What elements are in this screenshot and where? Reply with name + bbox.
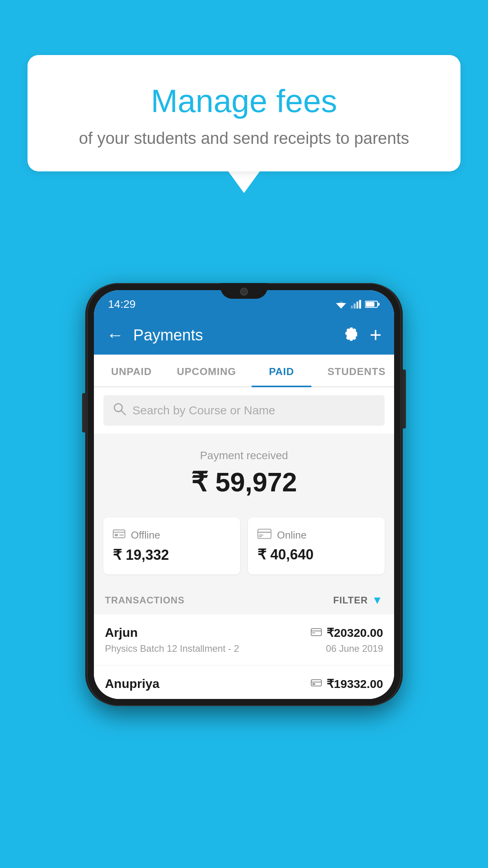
transaction-date: 06 June 2019 [326, 643, 383, 654]
online-icon [257, 528, 272, 542]
speech-bubble: Manage fees of your students and send re… [28, 55, 460, 171]
payment-received-label: Payment received [103, 449, 385, 462]
transaction-amount-container: ₹19332.00 [311, 677, 383, 691]
app-bar: ← Payments + [94, 315, 394, 355]
offline-header: Offline [113, 528, 231, 542]
filter-button[interactable]: FILTER ▼ [333, 594, 383, 607]
search-icon [113, 402, 126, 419]
svg-rect-8 [113, 530, 125, 538]
transaction-name: Arjun [105, 625, 138, 640]
online-label: Online [277, 529, 306, 541]
transaction-online-icon [311, 627, 322, 639]
phone-outer: 14:29 [87, 283, 401, 706]
app-bar-actions: + [342, 323, 382, 347]
svg-rect-21 [312, 683, 315, 685]
transaction-row1-partial: Anupriya ₹19332. [105, 677, 383, 691]
transaction-amount: ₹20320.00 [327, 626, 383, 640]
svg-rect-19 [311, 680, 321, 686]
transaction-amount: ₹19332.00 [327, 677, 383, 691]
transactions-header: TRANSACTIONS FILTER ▼ [94, 586, 394, 614]
transaction-item[interactable]: Anupriya ₹19332. [94, 666, 394, 699]
wifi-icon [335, 300, 347, 309]
phone-screen: 14:29 [94, 290, 394, 699]
speech-bubble-container: Manage fees of your students and send re… [28, 55, 460, 193]
battery-icon [365, 300, 380, 308]
search-bar[interactable]: Search by Course or Name [103, 395, 385, 426]
offline-icon [113, 528, 125, 542]
svg-rect-4 [378, 303, 380, 306]
search-bar-container: Search by Course or Name [94, 387, 394, 434]
online-payment-card: Online ₹ 40,640 [248, 517, 385, 574]
transaction-item[interactable]: Arjun ₹20320.00 [94, 614, 394, 666]
svg-line-7 [121, 410, 125, 415]
back-button[interactable]: ← [106, 325, 124, 345]
speech-bubble-arrow [228, 171, 260, 193]
svg-rect-10 [115, 534, 118, 536]
notch-camera [240, 288, 248, 296]
transaction-row2: Physics Batch 12 Installment - 2 06 June… [105, 643, 383, 654]
status-icons [335, 300, 380, 309]
tab-unpaid[interactable]: UNPAID [94, 355, 169, 386]
content-area: Search by Course or Name Payment receive… [94, 387, 394, 699]
manage-fees-title: Manage fees [51, 83, 437, 120]
transaction-row1: Arjun ₹20320.00 [105, 625, 383, 640]
signal-icon [351, 300, 361, 309]
transaction-amount-container: ₹20320.00 [311, 626, 383, 640]
transactions-label: TRANSACTIONS [105, 595, 185, 606]
phone-mockup: 14:29 [87, 283, 401, 706]
svg-rect-16 [311, 629, 321, 636]
transaction-name: Anupriya [105, 677, 160, 691]
offline-payment-card: Offline ₹ 19,332 [103, 517, 240, 574]
offline-amount: ₹ 19,332 [113, 547, 231, 563]
svg-rect-12 [258, 529, 271, 539]
tab-paid[interactable]: PAID [244, 355, 319, 386]
status-time: 14:29 [108, 298, 136, 311]
payment-total-amount: ₹ 59,972 [103, 467, 385, 498]
transaction-list: Arjun ₹20320.00 [94, 614, 394, 699]
payment-received-section: Payment received ₹ 59,972 [94, 434, 394, 509]
online-header: Online [257, 528, 375, 542]
svg-rect-5 [366, 302, 374, 307]
settings-icon[interactable] [342, 326, 358, 345]
tab-students[interactable]: STUDENTS [319, 355, 394, 386]
manage-fees-subtitle: of your students and send receipts to pa… [51, 129, 437, 148]
search-placeholder-text: Search by Course or Name [132, 404, 275, 417]
filter-label: FILTER [333, 595, 368, 606]
transaction-offline-icon [311, 678, 322, 690]
online-amount: ₹ 40,640 [257, 546, 375, 563]
filter-icon: ▼ [372, 594, 383, 607]
transaction-course: Physics Batch 12 Installment - 2 [105, 643, 239, 654]
add-button[interactable]: + [370, 323, 382, 347]
app-bar-title: Payments [133, 326, 333, 344]
phone-notch [220, 283, 268, 299]
payment-methods-section: Offline ₹ 19,332 [94, 509, 394, 586]
offline-label: Offline [131, 529, 160, 541]
tab-upcoming[interactable]: UPCOMING [169, 355, 244, 386]
tabs-bar: UNPAID UPCOMING PAID STUDENTS [94, 355, 394, 387]
